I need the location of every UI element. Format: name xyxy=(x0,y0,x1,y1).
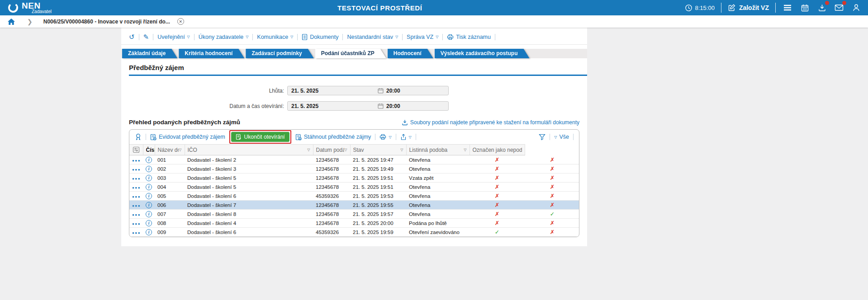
nen-logo[interactable]: NEN Zadavatel xyxy=(7,1,75,14)
session-timer: 8:15:00 xyxy=(685,4,715,12)
header-cislo[interactable]: Číslo ↑ ▽ xyxy=(143,145,155,155)
dropdown-triangle-icon: ▽ xyxy=(389,135,391,139)
downloads-icon[interactable] xyxy=(816,2,827,13)
close-tab-icon[interactable]: ✕ xyxy=(177,18,184,25)
breadcrumb-current-item[interactable]: N006/25/V00004860 - Inovace v rozvoji ří… xyxy=(43,19,170,25)
calendar-small-icon[interactable] xyxy=(378,88,384,94)
divider xyxy=(396,134,396,140)
edit-pencil-icon[interactable]: ✎ xyxy=(143,33,149,40)
row-menu-button[interactable]: ●●● xyxy=(129,183,143,192)
header-nazev-dodavatele[interactable]: Název dodavatele▽ xyxy=(155,145,185,155)
compose-icon xyxy=(728,4,736,12)
divider xyxy=(194,34,194,40)
menu-hamburger-icon[interactable] xyxy=(782,2,793,13)
row-info-button[interactable]: i xyxy=(143,228,155,237)
user-icon[interactable] xyxy=(851,2,862,13)
filter-triangle-icon[interactable]: ▽ xyxy=(307,148,310,152)
watch-ribbon-icon[interactable] xyxy=(135,133,142,141)
row-info-button[interactable]: i xyxy=(143,173,155,183)
dropdown-triangle-icon: ▽ xyxy=(187,35,190,39)
info-icon: i xyxy=(146,202,152,208)
row-menu-button[interactable]: ●●● xyxy=(129,192,143,201)
undo-icon[interactable]: ↺ xyxy=(129,33,135,40)
table-row[interactable]: ●●●i009Dodavatel - školení 64535932621. … xyxy=(129,228,579,237)
cross-icon: ✗ xyxy=(550,157,555,163)
otevirani-field[interactable]: 21. 5. 2025 20:00 xyxy=(287,101,449,111)
header-oznacen-jako-nepodany[interactable]: Označen jako nepodaný xyxy=(470,145,525,155)
header-listinna-podoba[interactable]: Listinná podoba▽ xyxy=(406,145,470,155)
calendar-small-icon[interactable] xyxy=(378,103,384,109)
lhuta-field[interactable]: 21. 5. 2025 20:00 xyxy=(287,86,449,95)
table-row[interactable]: ●●●i003Dodavatel - školení 51234567821. … xyxy=(129,173,579,183)
menu-ukony-zadavatele[interactable]: Úkony zadavatele▽ xyxy=(199,34,249,40)
table-row[interactable]: ●●●i007Dodavatel - školení 81234567821. … xyxy=(129,210,579,219)
filter-funnel-icon[interactable] xyxy=(539,134,545,140)
column-settings-icon[interactable] xyxy=(129,145,143,155)
header-ico[interactable]: IČO▽ xyxy=(185,145,313,155)
tab-podani-ucastniku-zp[interactable]: Podání účastníků ZP xyxy=(315,49,386,58)
tab-zakladni-udaje[interactable]: Základní údaje xyxy=(122,49,177,58)
files-download-link[interactable]: Soubory podání najdete připravené ke sta… xyxy=(402,119,579,126)
stahnout-button[interactable]: Stáhnout předběžné zájmy xyxy=(295,134,371,141)
row-info-button[interactable]: i xyxy=(143,183,155,192)
tab-vysledek-zadavaciho-postupu[interactable]: Výsledek zadávacího postupu xyxy=(435,49,530,58)
menu-tisk-zaznamu[interactable]: Tisk záznamu xyxy=(447,34,491,40)
evidovat-button[interactable]: Evidovat předběžný zájem xyxy=(150,134,225,141)
header-datum-podani[interactable]: Datum podání▽ xyxy=(313,145,350,155)
cell-listinna-podoba: ✗ xyxy=(470,155,525,164)
row-menu-button[interactable]: ●●● xyxy=(129,201,143,210)
row-menu-button[interactable]: ●●● xyxy=(129,173,143,183)
row-info-button[interactable]: i xyxy=(143,155,155,164)
cell-listinna-podoba: ✗ xyxy=(470,164,525,173)
export-button[interactable]: ▽ xyxy=(400,134,412,141)
menu-sprava-vz[interactable]: Správa VZ▽ xyxy=(407,34,438,40)
table-row[interactable]: ●●●i004Dodavatel - školení 51234567821. … xyxy=(129,183,579,192)
row-menu-button[interactable]: ●●● xyxy=(129,155,143,164)
filter-triangle-icon[interactable]: ▽ xyxy=(179,148,181,152)
home-icon[interactable] xyxy=(7,18,15,25)
row-menu-button[interactable]: ●●● xyxy=(129,228,143,237)
row-menu-dots-icon: ●●● xyxy=(132,186,141,190)
table-row[interactable]: ●●●i002Dodavatel - školení 31234567821. … xyxy=(129,164,579,173)
ukoncit-oteviani-button[interactable]: Ukončit otevírání xyxy=(231,132,289,142)
row-info-button[interactable]: i xyxy=(143,164,155,173)
dropdown-triangle-icon: ▽ xyxy=(395,35,398,39)
mail-icon[interactable] xyxy=(834,2,844,13)
row-menu-button[interactable]: ●●● xyxy=(129,210,143,219)
print-table-button[interactable]: ▽ xyxy=(379,134,391,140)
table-row[interactable]: ●●●i008Dodavatel - školení 41234567821. … xyxy=(129,219,579,228)
row-menu-button[interactable]: ●●● xyxy=(129,164,143,173)
menu-nestandardni-stav[interactable]: Nestandardní stav▽ xyxy=(347,34,398,40)
calendar-icon[interactable] xyxy=(799,2,810,13)
tab-kriteria-hodnoceni[interactable]: Kritéria hodnocení xyxy=(179,49,244,58)
filter-triangle-icon[interactable]: ▽ xyxy=(344,148,347,152)
menu-dokumenty[interactable]: Dokumenty xyxy=(302,34,338,40)
filter-all-selector[interactable]: ▽ Vše xyxy=(554,134,569,140)
cell-cislo: 005 xyxy=(155,192,185,201)
header-stav[interactable]: Stav▽ xyxy=(350,145,406,155)
row-info-button[interactable]: i xyxy=(143,192,155,201)
row-menu-dots-icon: ●●● xyxy=(132,159,141,163)
create-vz-button[interactable]: Založit VZ xyxy=(728,4,769,12)
filter-triangle-icon[interactable]: ▽ xyxy=(464,148,466,152)
info-icon: i xyxy=(146,229,152,235)
breadcrumb: ❯ N006/25/V00004860 - Inovace v rozvoji … xyxy=(0,15,868,28)
menu-komunikace[interactable]: Komunikace▽ xyxy=(257,34,293,40)
row-info-button[interactable]: i xyxy=(143,201,155,210)
filter-triangle-icon[interactable]: ▽ xyxy=(400,148,403,152)
highlight-annotation: Ukončit otevírání xyxy=(229,130,291,144)
row-info-button[interactable]: i xyxy=(143,210,155,219)
menu-uverejneni[interactable]: Uveřejnění▽ xyxy=(157,34,190,40)
row-menu-dots-icon: ●●● xyxy=(132,222,141,226)
row-menu-button[interactable]: ●●● xyxy=(129,219,143,228)
tab-hodnoceni[interactable]: Hodnocení xyxy=(388,49,433,58)
cell-oznacen-jako-nepodany: ✓ xyxy=(525,210,579,219)
table-row[interactable]: ●●●i001Dodavatel - školení 21234567821. … xyxy=(129,155,579,164)
table-row[interactable]: ●●●i005Dodavatel - školení 64535932621. … xyxy=(129,192,579,201)
lhuta-label: Lhůta: xyxy=(129,88,287,94)
tab-zadavaci-podminky[interactable]: Zadávací podmínky xyxy=(246,49,313,58)
row-info-button[interactable]: i xyxy=(143,219,155,228)
cell-listinna-podoba: ✗ xyxy=(470,173,525,183)
table-row[interactable]: ●●●i006Dodavatel - školení 71234567821. … xyxy=(129,201,579,210)
row-menu-dots-icon: ●●● xyxy=(132,213,141,217)
